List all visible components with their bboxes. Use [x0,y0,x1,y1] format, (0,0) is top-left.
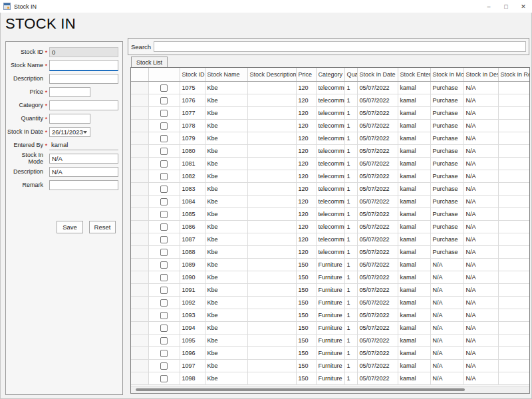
cell-stock-in-description[interactable]: N/A [464,347,498,360]
cell-quantity[interactable]: 1 [344,297,357,309]
cell-category[interactable]: telecommuni.. [316,233,344,246]
cell-category[interactable]: telecommuni.. [316,94,344,107]
row-checkbox[interactable] [160,186,168,193]
row-header-cell[interactable] [131,347,148,360]
cell-stock-description[interactable] [247,347,296,360]
cell-stock-name[interactable]: Kbe [205,221,247,233]
cell-stock-in-remark[interactable] [498,158,530,170]
cell-stock-in-remark[interactable] [498,297,530,309]
column-header[interactable] [131,68,148,82]
cell-stock-in-description[interactable]: N/A [464,107,498,120]
cell-quantity[interactable]: 1 [344,360,357,372]
column-header[interactable]: Stock In Remark [498,68,530,82]
cell-stock-in-description[interactable]: N/A [464,170,498,183]
cell-stock-description[interactable] [247,183,296,196]
field-price[interactable] [49,87,90,97]
cell-stock-in-date[interactable]: 05/07/2022 [357,347,398,360]
cell-stock-description[interactable] [247,271,296,284]
cell-stock-name[interactable]: Kbe [205,132,247,145]
cell-stock-entered-by[interactable]: kamal [398,221,430,233]
cell-stock-description[interactable] [247,145,296,158]
cell-price[interactable]: 120 [296,183,316,196]
cell-stock-entered-by[interactable]: kamal [398,107,430,120]
cell-stock-id[interactable]: 1087 [180,233,205,246]
column-header[interactable]: Stock In Date [357,68,398,82]
cell-stock-entered-by[interactable]: kamal [398,196,430,208]
cell-stock-in-remark[interactable] [498,233,530,246]
cell-quantity[interactable]: 1 [344,372,357,385]
cell-stock-description[interactable] [247,309,296,322]
cell-stock-in-remark[interactable] [498,271,530,284]
cell-category[interactable]: Furniture [316,347,344,360]
cell-category[interactable]: telecommuni.. [316,82,344,94]
row-header-cell[interactable] [131,132,148,145]
cell-stock-entered-by[interactable]: kamal [398,183,430,196]
cell-stock-description[interactable] [247,82,296,94]
reset-button[interactable]: Reset [89,221,116,233]
row-checkbox[interactable] [160,274,168,281]
cell-stock-in-date[interactable]: 05/07/2022 [357,297,398,309]
row-checkbox[interactable] [160,173,168,180]
cell-stock-in-remark[interactable] [498,120,530,132]
cell-stock-in-date[interactable]: 05/07/2022 [357,259,398,271]
cell-stock-id[interactable]: 1082 [180,170,205,183]
cell-stock-description[interactable] [247,259,296,271]
cell-stock-description[interactable] [247,334,296,347]
cell-stock-description[interactable] [247,360,296,372]
cell-stock-in-mode[interactable]: N/A [430,347,464,360]
cell-price[interactable]: 150 [296,259,316,271]
cell-price[interactable]: 120 [296,145,316,158]
cell-stock-id[interactable]: 1076 [180,94,205,107]
tab-stock-list[interactable]: Stock List [131,57,168,68]
cell-stock-in-description[interactable]: N/A [464,372,498,385]
cell-category[interactable]: Furniture [316,334,344,347]
cell-stock-in-description[interactable]: N/A [464,284,498,297]
cell-category[interactable]: Furniture [316,259,344,271]
cell-stock-in-date[interactable]: 05/07/2022 [357,183,398,196]
row-header-cell[interactable] [131,372,148,385]
row-header-cell[interactable] [131,120,148,132]
cell-quantity[interactable]: 1 [344,145,357,158]
cell-stock-description[interactable] [247,170,296,183]
cell-stock-entered-by[interactable]: kamal [398,284,430,297]
cell-stock-name[interactable]: Kbe [205,347,247,360]
cell-stock-description[interactable] [247,158,296,170]
cell-stock-in-mode[interactable]: N/A [430,334,464,347]
cell-stock-entered-by[interactable]: kamal [398,309,430,322]
cell-stock-description[interactable] [247,208,296,221]
cell-quantity[interactable]: 1 [344,158,357,170]
cell-stock-in-mode[interactable]: Purchase [430,208,464,221]
cell-stock-in-mode[interactable]: N/A [430,259,464,271]
cell-stock-in-date[interactable]: 05/07/2022 [357,322,398,334]
cell-stock-in-date[interactable]: 05/07/2022 [357,145,398,158]
cell-price[interactable]: 120 [296,246,316,259]
cell-stock-name[interactable]: Kbe [205,271,247,284]
cell-stock-in-description[interactable]: N/A [464,145,498,158]
cell-stock-description[interactable] [247,372,296,385]
cell-stock-entered-by[interactable]: kamal [398,120,430,132]
cell-category[interactable]: Furniture [316,271,344,284]
cell-stock-id[interactable]: 1096 [180,347,205,360]
minimize-icon[interactable]: – [480,0,497,13]
field-stock-name[interactable] [49,60,118,71]
row-header-cell[interactable] [131,170,148,183]
field-entered-by[interactable]: kamal [49,140,118,150]
cell-stock-name[interactable]: Kbe [205,284,247,297]
cell-category[interactable]: telecommuni.. [316,120,344,132]
row-header-cell[interactable] [131,322,148,334]
cell-stock-in-date[interactable]: 05/07/2022 [357,284,398,297]
cell-stock-name[interactable]: Kbe [205,334,247,347]
cell-stock-description[interactable] [247,221,296,233]
cell-stock-entered-by[interactable]: kamal [398,132,430,145]
cell-stock-name[interactable]: Kbe [205,196,247,208]
row-checkbox[interactable] [160,299,168,307]
cell-quantity[interactable]: 1 [344,82,357,94]
cell-stock-name[interactable]: Kbe [205,309,247,322]
cell-stock-in-description[interactable]: N/A [464,271,498,284]
row-header-cell[interactable] [131,208,148,221]
close-icon[interactable]: ✕ [515,0,532,13]
cell-stock-entered-by[interactable]: kamal [398,170,430,183]
cell-price[interactable]: 120 [296,208,316,221]
cell-stock-entered-by[interactable]: kamal [398,259,430,271]
cell-category[interactable]: Furniture [316,372,344,385]
